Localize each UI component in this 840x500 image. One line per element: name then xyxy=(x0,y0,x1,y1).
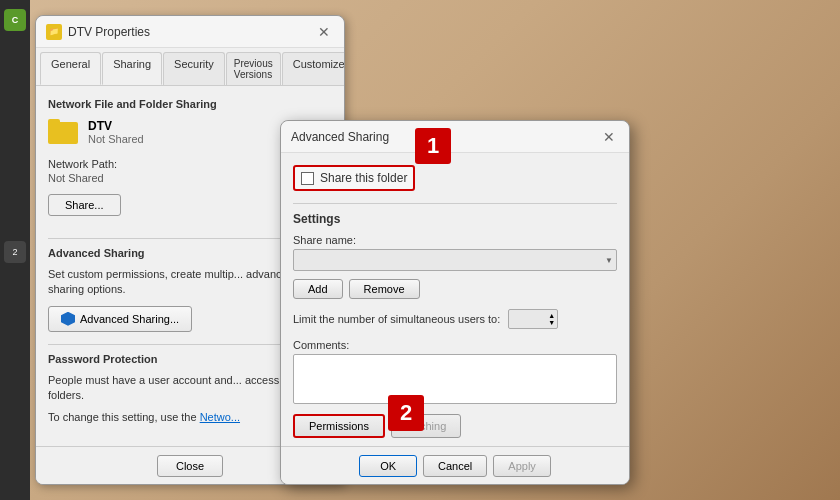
share-button[interactable]: Share... xyxy=(48,194,121,216)
dialog-content: Share this folder Settings Share name: ▼… xyxy=(281,153,629,464)
window-title: DTV Properties xyxy=(68,25,314,39)
folder-status: Not Shared xyxy=(88,133,144,145)
folder-info-text: DTV Not Shared xyxy=(88,119,144,145)
limit-users-row: Limit the number of simultaneous users t… xyxy=(293,309,617,329)
settings-label: Settings xyxy=(293,212,617,226)
taskbar-app-green[interactable]: C xyxy=(2,7,28,33)
close-button[interactable]: Close xyxy=(157,455,223,477)
dialog-titlebar: Advanced Sharing ✕ xyxy=(281,121,629,153)
network-sharing-title: Network File and Folder Sharing xyxy=(48,98,332,110)
tab-general[interactable]: General xyxy=(40,52,101,85)
folder-icon-large xyxy=(48,118,80,146)
add-remove-buttons: Add Remove xyxy=(293,279,617,299)
comments-label: Comments: xyxy=(293,339,617,351)
tabs-container: General Sharing Security Previous Versio… xyxy=(36,48,344,86)
share-name-input[interactable]: ▼ xyxy=(293,249,617,271)
limit-users-label: Limit the number of simultaneous users t… xyxy=(293,313,500,325)
spinner-down[interactable]: ▼ xyxy=(548,319,555,326)
advanced-sharing-button[interactable]: Advanced Sharing... xyxy=(48,306,192,332)
tab-sharing[interactable]: Sharing xyxy=(102,52,162,85)
permissions-caching-row: Permissions Caching xyxy=(293,414,617,438)
share-folder-row: Share this folder xyxy=(293,165,415,191)
taskbar-app-2[interactable]: 2 xyxy=(2,239,28,265)
comments-box[interactable] xyxy=(293,354,617,404)
ok-button[interactable]: OK xyxy=(359,455,417,477)
permissions-button[interactable]: Permissions xyxy=(293,414,385,438)
dialog-close-button[interactable]: ✕ xyxy=(599,127,619,147)
spinner-up[interactable]: ▲ xyxy=(548,312,555,319)
spinner-arrows: ▲ ▼ xyxy=(548,312,555,326)
network-settings-link[interactable]: Netwo... xyxy=(200,411,240,423)
share-folder-checkbox[interactable] xyxy=(301,172,314,185)
advanced-sharing-dialog: Advanced Sharing ✕ Share this folder Set… xyxy=(280,120,630,485)
tab-previous-versions[interactable]: Previous Versions xyxy=(226,52,281,85)
tab-customize[interactable]: Customize xyxy=(282,52,345,85)
apply-button[interactable]: Apply xyxy=(493,455,551,477)
add-button[interactable]: Add xyxy=(293,279,343,299)
shield-icon xyxy=(61,312,75,326)
dropdown-arrow-icon: ▼ xyxy=(605,256,613,265)
window-close-button[interactable]: ✕ xyxy=(314,22,334,42)
settings-section: Settings Share name: ▼ Add Remove Limit … xyxy=(293,203,617,438)
share-name-label: Share name: xyxy=(293,234,617,246)
tab-security[interactable]: Security xyxy=(163,52,225,85)
dialog-footer: OK Cancel Apply xyxy=(281,446,629,484)
share-folder-label: Share this folder xyxy=(320,171,407,185)
taskbar-left: C 2 xyxy=(0,0,30,500)
badge-2: 2 xyxy=(388,395,424,431)
folder-name: DTV xyxy=(88,119,144,133)
remove-button[interactable]: Remove xyxy=(349,279,420,299)
badge-1: 1 xyxy=(415,128,451,164)
desktop: C 2 📁 DTV Properties ✕ General Sharing S… xyxy=(0,0,840,500)
folder-icon: 📁 xyxy=(46,24,62,40)
window-titlebar: 📁 DTV Properties ✕ xyxy=(36,16,344,48)
cancel-button[interactable]: Cancel xyxy=(423,455,487,477)
users-spinner[interactable]: ▲ ▼ xyxy=(508,309,558,329)
